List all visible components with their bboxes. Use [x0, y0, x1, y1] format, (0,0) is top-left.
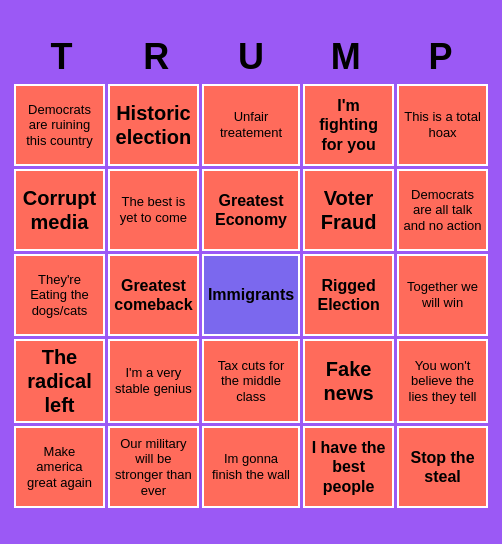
bingo-cell-4: This is a total hoax	[397, 84, 488, 166]
bingo-cell-17: Tax cuts for the middle class	[202, 339, 300, 423]
bingo-cell-22: Im gonna finish the wall	[202, 426, 300, 508]
bingo-cell-15: The radical left	[14, 339, 105, 423]
bingo-grid: Democrats are ruining this countryHistor…	[14, 84, 488, 508]
bingo-cell-9: Democrats are all talk and no action	[397, 169, 488, 251]
bingo-cell-12: Immigrants	[202, 254, 300, 336]
header-letter-u: U	[209, 36, 293, 78]
bingo-cell-11: Greatest comeback	[108, 254, 199, 336]
bingo-cell-2: Unfair treatement	[202, 84, 300, 166]
bingo-cell-13: Rigged Election	[303, 254, 394, 336]
bingo-cell-19: You won't believe the lies they tell	[397, 339, 488, 423]
header-letter-m: M	[304, 36, 388, 78]
bingo-cell-20: Make america great again	[14, 426, 105, 508]
bingo-header: T R U M P	[14, 36, 488, 78]
header-letter-t: T	[19, 36, 103, 78]
bingo-cell-24: Stop the steal	[397, 426, 488, 508]
bingo-cell-0: Democrats are ruining this country	[14, 84, 105, 166]
bingo-cell-23: I have the best people	[303, 426, 394, 508]
bingo-cell-18: Fake news	[303, 339, 394, 423]
header-letter-r: R	[114, 36, 198, 78]
bingo-cell-5: Corrupt media	[14, 169, 105, 251]
bingo-cell-16: I'm a very stable genius	[108, 339, 199, 423]
header-letter-p: P	[399, 36, 483, 78]
bingo-cell-7: Greatest Economy	[202, 169, 300, 251]
bingo-cell-14: Together we will win	[397, 254, 488, 336]
bingo-cell-8: Voter Fraud	[303, 169, 394, 251]
bingo-cell-21: Our military will be stronger than ever	[108, 426, 199, 508]
bingo-card: T R U M P Democrats are ruining this cou…	[6, 28, 496, 516]
bingo-cell-1: Historic election	[108, 84, 199, 166]
bingo-cell-6: The best is yet to come	[108, 169, 199, 251]
bingo-cell-3: I'm fighting for you	[303, 84, 394, 166]
bingo-cell-10: They're Eating the dogs/cats	[14, 254, 105, 336]
